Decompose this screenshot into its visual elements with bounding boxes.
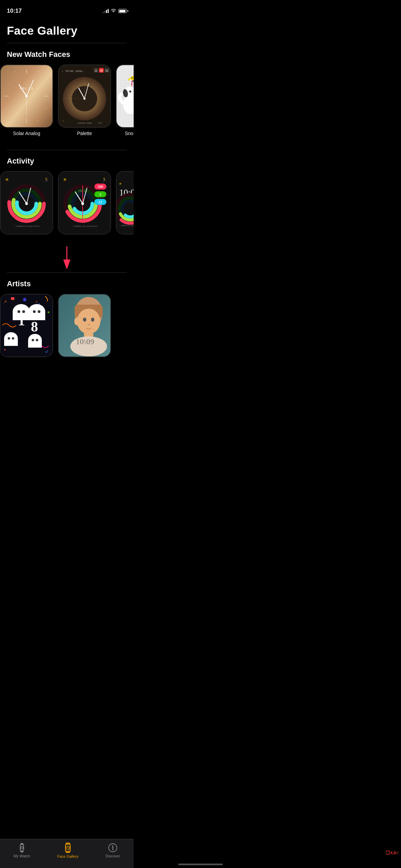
new-watch-faces-section: New Watch Faces bbox=[0, 50, 134, 140]
svg-point-125 bbox=[36, 339, 38, 341]
svg-point-33 bbox=[84, 97, 86, 99]
face-item-activity-2[interactable]: ☀ 🏃 bbox=[58, 171, 111, 234]
svg-text:8: 8 bbox=[31, 319, 38, 335]
svg-text:↙: ↙ bbox=[45, 349, 49, 354]
status-time: 10:17 bbox=[7, 8, 22, 14]
svg-point-17 bbox=[25, 95, 28, 97]
svg-point-80 bbox=[81, 202, 84, 205]
activity-divider bbox=[7, 150, 127, 150]
artists-face-1-bg: ↗ ↗ ★ ✦ ● ★ bbox=[1, 294, 52, 357]
artists-section: Artists ↗ ↗ bbox=[0, 279, 134, 361]
svg-text:♪: ♪ bbox=[62, 70, 63, 72]
svg-text:OTT: OTT bbox=[98, 122, 102, 124]
face-card-snoopy[interactable] bbox=[116, 64, 134, 128]
main-scroll[interactable]: Face Gallery New Watch Faces bbox=[0, 17, 134, 412]
page-title: Face Gallery bbox=[7, 24, 127, 37]
face-card-activity-1[interactable]: ☀ 🏃 bbox=[0, 171, 53, 234]
svg-text:🏃: 🏃 bbox=[44, 177, 50, 183]
face-activity-1-bg: ☀ 🏃 bbox=[1, 172, 52, 234]
svg-rect-97 bbox=[11, 297, 14, 300]
svg-point-115 bbox=[38, 310, 40, 313]
face-item-solar-analog[interactable]: FRI 23 Solar Analog bbox=[0, 64, 53, 136]
status-bar: 10:17 bbox=[0, 0, 134, 17]
signal-icon bbox=[102, 9, 109, 13]
artists-title-area: Artists bbox=[0, 279, 134, 288]
face-label-palette: Palette bbox=[77, 131, 92, 136]
artists-faces-scroll[interactable]: ↗ ↗ ★ ✦ ● ★ bbox=[0, 294, 134, 361]
face-item-artist-1[interactable]: ↗ ↗ ★ ✦ ● ★ bbox=[0, 294, 53, 357]
activity-section: Activity ☀ 🏃 bbox=[0, 157, 134, 238]
face-card-activity-3[interactable]: ☀ 10:09 5 bbox=[116, 171, 134, 234]
svg-text:TRY ME - JORJA...: TRY ME - JORJA... bbox=[65, 70, 84, 72]
face-label-solar-analog: Solar Analog bbox=[13, 131, 40, 136]
activity-title: Activity bbox=[7, 157, 127, 166]
face-card-artist-2[interactable]: 10\09 bbox=[58, 294, 111, 357]
svg-point-119 bbox=[8, 337, 10, 339]
title-divider bbox=[7, 43, 127, 43]
svg-text:24: 24 bbox=[105, 69, 108, 72]
face-card-solar-analog[interactable]: FRI 23 bbox=[0, 64, 53, 128]
svg-text:♡ 64BPM, IN 2,642 DAYS: ♡ 64BPM, IN 2,642 DAYS bbox=[14, 225, 40, 227]
svg-text:🚶: 🚶 bbox=[62, 119, 65, 122]
face-activity-2-bg: ☀ 🏃 bbox=[59, 172, 110, 234]
face-item-activity-3[interactable]: ☀ 10:09 5 bbox=[116, 171, 134, 234]
svg-text:★: ★ bbox=[47, 310, 50, 314]
face-item-palette[interactable]: ♪ TRY ME - JORJA... 22 29 24 bbox=[58, 64, 111, 136]
svg-marker-118 bbox=[4, 343, 18, 346]
artists-face-2-bg: 10\09 bbox=[59, 294, 110, 357]
svg-text:🏃: 🏃 bbox=[101, 177, 108, 183]
svg-text:☀: ☀ bbox=[119, 182, 122, 186]
new-watch-faces-scroll[interactable]: FRI 23 Solar Analog bbox=[0, 64, 134, 140]
face-snoopy-bg bbox=[117, 65, 134, 127]
face-palette-bg: ♪ TRY ME - JORJA... 22 29 24 bbox=[59, 65, 110, 127]
new-watch-faces-title-area: New Watch Faces bbox=[0, 50, 134, 59]
artists-divider bbox=[7, 272, 127, 273]
new-watch-faces-title: New Watch Faces bbox=[7, 50, 127, 59]
svg-point-136 bbox=[83, 317, 86, 322]
svg-point-114 bbox=[33, 310, 36, 313]
face-solar-bg: FRI 23 bbox=[1, 65, 52, 127]
svg-point-98 bbox=[23, 298, 26, 301]
face-item-artist-2[interactable]: 10\09 bbox=[58, 294, 111, 357]
svg-text:3: 3 bbox=[99, 192, 101, 196]
svg-point-110 bbox=[21, 308, 22, 309]
wifi-icon bbox=[111, 9, 116, 14]
svg-point-137 bbox=[91, 317, 94, 322]
svg-marker-123 bbox=[28, 345, 42, 348]
svg-text:♡ 64BPM, IN 2,642 DAYS: ♡ 64BPM, IN 2,642 DAYS bbox=[72, 225, 98, 227]
svg-text:29: 29 bbox=[100, 69, 103, 72]
face-activity-3-bg: ☀ 10:09 5 bbox=[117, 172, 134, 234]
face-item-snoopy[interactable]: Snoopy bbox=[116, 64, 134, 136]
title-area: Face Gallery bbox=[0, 17, 134, 43]
svg-text:♡ 64BPM, IN 2,642: ♡ 64BPM, IN 2,642 bbox=[119, 225, 134, 227]
svg-text:1: 1 bbox=[18, 313, 25, 328]
svg-text:500: 500 bbox=[98, 184, 103, 189]
artists-title: Artists bbox=[7, 279, 127, 288]
face-item-activity-1[interactable]: ☀ 🏃 bbox=[0, 171, 53, 234]
svg-text:12: 12 bbox=[98, 200, 102, 204]
face-card-activity-2[interactable]: ☀ 🏃 bbox=[58, 171, 111, 234]
battery-icon bbox=[118, 9, 127, 13]
svg-text:22: 22 bbox=[95, 69, 97, 72]
face-label-snoopy: Snoopy bbox=[125, 131, 134, 136]
svg-text:✦: ✦ bbox=[3, 348, 6, 352]
face-card-palette[interactable]: ♪ TRY ME - JORJA... 22 29 24 bbox=[58, 64, 111, 128]
svg-text:☀: ☀ bbox=[5, 177, 9, 182]
svg-point-120 bbox=[12, 337, 14, 339]
svg-point-59 bbox=[25, 202, 28, 205]
svg-point-132 bbox=[77, 309, 100, 334]
svg-text:↗: ↗ bbox=[35, 300, 38, 304]
face-card-artist-1[interactable]: ↗ ↗ ★ ✦ ● ★ bbox=[0, 294, 53, 357]
svg-text:↗: ↗ bbox=[3, 299, 7, 304]
svg-text:10\09: 10\09 bbox=[76, 337, 95, 346]
scroll-arrow bbox=[0, 245, 134, 269]
svg-text:10:09AM +0HRS: 10:09AM +0HRS bbox=[77, 122, 92, 124]
activity-title-area: Activity bbox=[0, 157, 134, 166]
svg-text:☀: ☀ bbox=[63, 177, 67, 182]
activity-faces-scroll[interactable]: ☀ 🏃 bbox=[0, 171, 134, 238]
svg-point-135 bbox=[74, 317, 80, 325]
status-icons bbox=[102, 9, 127, 14]
svg-point-124 bbox=[32, 339, 34, 341]
